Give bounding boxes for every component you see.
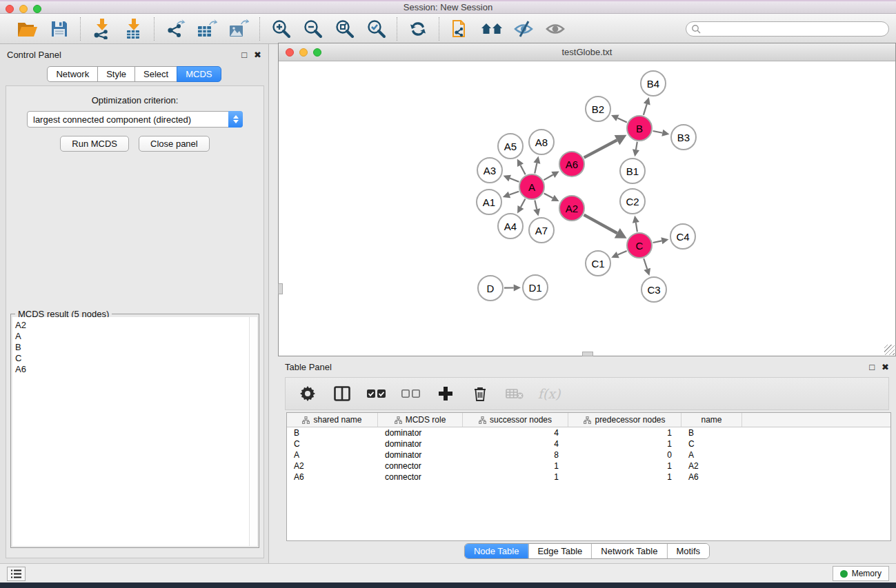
run-mcds-button[interactable]: Run MCDS [60, 136, 129, 152]
graph-node-C1[interactable]: C1 [585, 250, 611, 276]
settings-gear-icon[interactable] [298, 384, 317, 403]
network-close-button[interactable] [286, 48, 294, 57]
table-cell[interactable]: 4 [463, 438, 568, 449]
graph-node-A5[interactable]: A5 [497, 133, 524, 159]
tab-node-table[interactable]: Node Table [465, 544, 528, 558]
graph-node-D[interactable]: D [477, 275, 504, 301]
table-cell[interactable]: dominator [378, 449, 463, 460]
table-cell[interactable]: dominator [378, 438, 463, 449]
graph-node-A4[interactable]: A4 [497, 213, 524, 239]
close-window-button[interactable] [6, 5, 14, 13]
graph-node-B[interactable]: B [626, 115, 653, 141]
zoom-fit-icon[interactable] [333, 18, 355, 40]
memory-button[interactable]: Memory [833, 566, 889, 581]
network-zoom-button[interactable] [313, 48, 321, 57]
window-resize-grip[interactable] [884, 345, 895, 355]
table-cell[interactable]: A6 [287, 472, 378, 483]
select-all-checkboxes-icon[interactable] [367, 384, 386, 403]
zoom-in-icon[interactable] [270, 18, 292, 40]
tab-select[interactable]: Select [135, 66, 177, 82]
table-row[interactable]: Cdominator41C [287, 438, 890, 449]
zoom-out-icon[interactable] [301, 18, 323, 40]
table-cell[interactable]: connector [378, 460, 463, 472]
search-input[interactable] [701, 24, 873, 34]
search-field[interactable] [686, 21, 889, 37]
result-item[interactable]: A [15, 331, 250, 342]
table-cell[interactable]: 1 [568, 472, 681, 483]
open-file-icon[interactable] [17, 18, 39, 40]
tab-mcds[interactable]: MCDS [177, 66, 221, 82]
table-cell[interactable]: A2 [681, 460, 742, 472]
network-from-file-icon[interactable] [449, 18, 471, 40]
save-icon[interactable] [48, 18, 70, 40]
result-item[interactable]: B [15, 342, 250, 353]
graph-node-C2[interactable]: C2 [619, 188, 646, 214]
zoom-selected-icon[interactable] [365, 18, 387, 40]
float-panel-icon[interactable]: □ [241, 50, 247, 59]
graph-node-C3[interactable]: C3 [641, 276, 667, 303]
network-minimize-button[interactable] [299, 48, 308, 57]
graph-node-B3[interactable]: B3 [670, 124, 697, 150]
graph-node-A1[interactable]: A1 [476, 189, 502, 215]
column-header-MCDS-role[interactable]: MCDS role [378, 413, 463, 427]
table-cell[interactable]: connector [378, 472, 463, 483]
close-panel-icon[interactable]: ✖ [254, 50, 261, 59]
graph-node-C[interactable]: C [626, 232, 653, 258]
graph-node-A7[interactable]: A7 [528, 217, 555, 243]
graph-node-A2[interactable]: A2 [559, 195, 585, 221]
result-item[interactable]: A6 [15, 364, 250, 375]
tab-edge-table[interactable]: Edge Table [528, 544, 591, 558]
tab-motifs[interactable]: Motifs [666, 544, 709, 558]
network-canvas[interactable]: B4B2BB3A8A5A6A3B1AA1C2A2A4A7C4CC1DD1C3 [279, 61, 895, 356]
table-cell[interactable]: 0 [568, 449, 681, 460]
add-column-icon[interactable] [436, 384, 455, 403]
close-panel-button[interactable]: Close panel [139, 136, 210, 152]
close-table-panel-icon[interactable]: ✖ [882, 363, 889, 372]
column-header-name[interactable]: name [681, 413, 742, 427]
network-window-titlebar[interactable]: testGlobe.txt [279, 43, 895, 61]
task-history-button[interactable] [7, 567, 26, 581]
table-cell[interactable]: A6 [681, 472, 742, 483]
graph-node-A6[interactable]: A6 [559, 151, 585, 177]
column-header-shared-name[interactable]: shared name [287, 413, 378, 427]
table-cell[interactable]: A2 [287, 460, 378, 472]
column-header-predecessor-nodes[interactable]: predecessor nodes [568, 413, 681, 427]
delete-table-icon[interactable] [505, 384, 524, 403]
zoom-window-button[interactable] [33, 5, 41, 13]
export-image-icon[interactable] [228, 18, 250, 40]
table-row[interactable]: A2connector11A2 [287, 460, 890, 472]
graph-node-A8[interactable]: A8 [528, 129, 555, 155]
table-cell[interactable]: A [287, 449, 378, 460]
result-item[interactable]: A2 [15, 320, 250, 331]
result-scrollbar[interactable] [249, 317, 257, 546]
table-cell[interactable]: 1 [568, 427, 681, 438]
graph-node-A[interactable]: A [519, 174, 545, 200]
result-item[interactable]: C [15, 353, 250, 364]
table-row[interactable]: A6connector11A6 [287, 472, 890, 483]
table-row[interactable]: Adominator80A [287, 449, 890, 460]
tab-style[interactable]: Style [97, 66, 135, 82]
table-row[interactable]: Bdominator41B [287, 427, 890, 438]
graph-node-B2[interactable]: B2 [585, 96, 611, 122]
left-splitter-handle[interactable] [278, 283, 283, 294]
graph-node-C4[interactable]: C4 [670, 223, 696, 250]
mcds-result-list[interactable]: A2ABCA6 [12, 317, 250, 546]
graph-node-B1[interactable]: B1 [619, 158, 646, 184]
table-cell[interactable]: C [681, 438, 742, 449]
column-header-successor-nodes[interactable]: successor nodes [463, 413, 568, 427]
table-cell[interactable]: dominator [378, 427, 463, 438]
hide-details-icon[interactable] [512, 18, 535, 40]
tab-network[interactable]: Network [47, 66, 98, 82]
show-columns-icon[interactable] [332, 384, 352, 403]
function-builder-icon[interactable]: f(x) [539, 384, 559, 403]
import-network-icon[interactable] [90, 18, 112, 40]
table-cell[interactable]: B [287, 427, 378, 438]
table-cell[interactable]: 1 [568, 460, 681, 472]
refresh-layout-icon[interactable] [407, 18, 429, 40]
import-table-icon[interactable] [122, 18, 144, 40]
table-cell[interactable]: 1 [463, 460, 568, 472]
table-cell[interactable]: A [681, 449, 742, 460]
show-details-icon[interactable] [544, 18, 566, 40]
table-cell[interactable]: 8 [463, 449, 568, 460]
criterion-dropdown[interactable]: largest connected component (directed) [27, 111, 243, 128]
